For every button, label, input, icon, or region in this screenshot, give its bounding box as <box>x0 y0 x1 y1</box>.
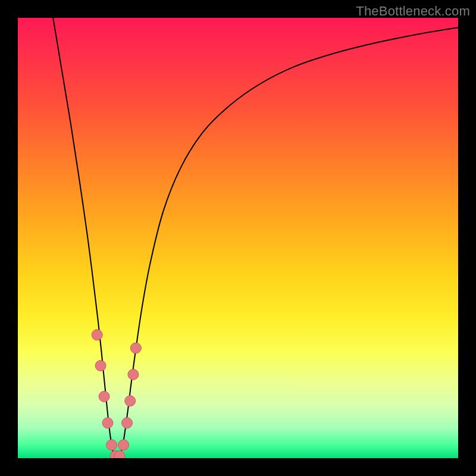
data-marker <box>118 440 129 450</box>
data-marker <box>128 369 139 380</box>
chart-frame <box>18 18 458 458</box>
data-marker <box>114 450 125 458</box>
data-marker <box>102 418 113 428</box>
data-marker <box>99 391 109 402</box>
data-marker <box>125 396 136 406</box>
chart-svg <box>18 18 458 458</box>
data-marker <box>122 418 133 428</box>
data-marker <box>92 330 102 340</box>
data-marker <box>107 440 117 450</box>
curve-line <box>53 18 458 458</box>
data-marker <box>130 343 141 353</box>
data-marker <box>95 361 106 371</box>
watermark-text: TheBottleneck.com <box>356 4 470 19</box>
